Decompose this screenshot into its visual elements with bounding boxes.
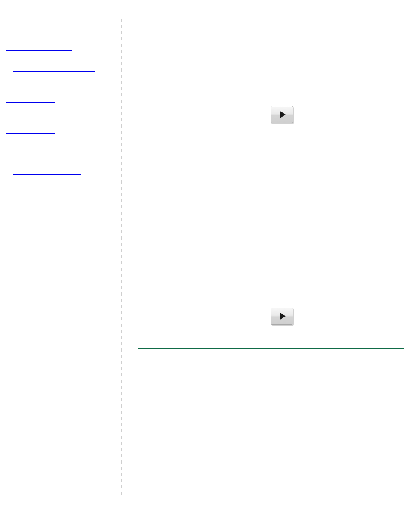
play-icon [280,312,286,320]
section-divider [138,348,404,349]
play-button-2[interactable] [271,308,293,325]
sidebar-link-7[interactable] [13,153,83,154]
play-button-1[interactable] [271,106,293,123]
sidebar-link-4[interactable] [6,102,55,103]
sidebar-link-8[interactable] [13,174,81,175]
sidebar-link-0[interactable] [13,40,90,40]
sidebar-link-6[interactable] [6,133,55,134]
sidebar-link-5[interactable] [13,122,88,123]
sidebar-link-1[interactable] [6,50,72,51]
vertical-separator [120,16,121,495]
vertical-separator [121,16,122,495]
sidebar-link-2[interactable] [13,71,95,72]
play-icon [280,111,286,118]
sidebar-link-3[interactable] [13,91,105,92]
page [0,0,411,532]
